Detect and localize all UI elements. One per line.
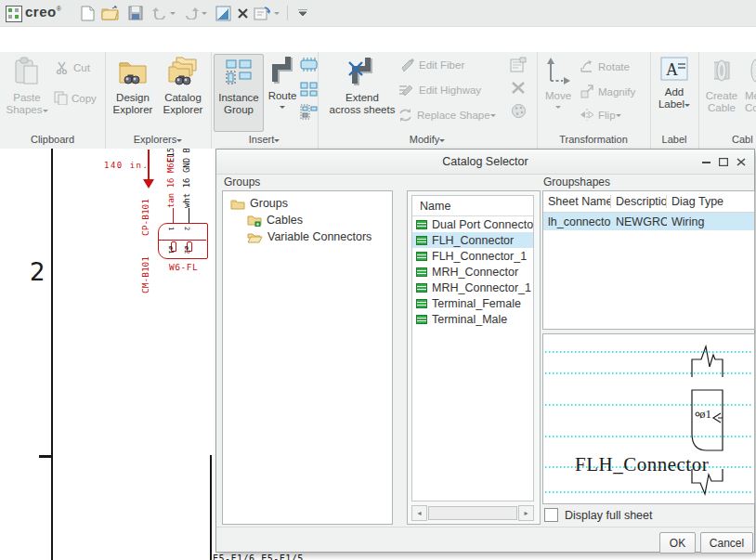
footer-divider <box>216 527 754 527</box>
dialog-titlebar[interactable]: Catalog Selector <box>216 150 754 175</box>
design-explorer-button[interactable]: DesignExplorer <box>109 57 157 116</box>
horizontal-scrollbar[interactable]: ◂ ▸ <box>411 505 534 520</box>
copy-button[interactable]: Copy <box>54 91 97 105</box>
new-file-icon[interactable] <box>78 4 97 22</box>
open-folder-icon <box>247 231 263 243</box>
open-file-icon[interactable] <box>100 4 119 22</box>
group-label-insert[interactable]: Insert <box>211 134 318 145</box>
redo-icon[interactable] <box>182 4 201 22</box>
tree-item-cables[interactable]: Cables <box>247 214 303 227</box>
regenerate-icon[interactable] <box>253 4 271 22</box>
pin-number-1: 1 <box>167 227 175 230</box>
name-column-header[interactable]: Name <box>412 196 533 216</box>
panel-splitter[interactable] <box>398 190 406 523</box>
bottom-wire-refs: E5-F1/6 E5-F1/5 <box>213 553 304 560</box>
group-label-clipboard[interactable]: Clipboard <box>0 134 105 145</box>
cut-button[interactable]: Cut <box>56 61 90 74</box>
list-item[interactable]: Terminal_Male <box>412 311 533 327</box>
list-item-selected[interactable]: FLH_Connector <box>412 232 533 248</box>
save-icon[interactable] <box>126 4 145 22</box>
table-row-selected[interactable]: lh_connector NEWGROUP Wiring <box>543 213 754 230</box>
column-header-diag-type[interactable]: Diag Type <box>667 195 754 208</box>
palette-icon[interactable] <box>511 103 527 123</box>
group-label-transformation[interactable]: Transformation <box>537 134 650 145</box>
shape-preview: ø1 FLH_Connector <box>542 333 755 504</box>
group-cables: CreateCable MeCo Cabl <box>698 52 756 149</box>
harness-label: W6-FL <box>169 262 198 272</box>
close-icon[interactable] <box>734 155 749 168</box>
list-item[interactable]: Terminal_Female <box>412 295 533 311</box>
group-label-explorers[interactable]: Explorers <box>105 134 211 145</box>
scroll-right-arrow[interactable]: ▸ <box>518 505 534 521</box>
column-header-description[interactable]: Description <box>611 195 667 208</box>
connector-ref-top: CP-B101 <box>140 188 150 236</box>
create-cable-button[interactable]: CreateCable <box>701 57 742 114</box>
extend-across-sheets-button[interactable]: Extendacross sheets <box>329 57 396 116</box>
tree-item-groups[interactable]: Groups <box>230 197 288 210</box>
list-item[interactable]: FLH_Connector_1 <box>412 248 533 264</box>
maximize-icon[interactable] <box>716 155 731 168</box>
wire1-label: tan 16 M6FL <box>166 163 176 208</box>
cell-sheet-name: lh_connector <box>543 215 611 228</box>
insert-instance-small-icon[interactable] <box>300 82 318 100</box>
groupshapes-panel-label: Groupshapes <box>543 176 610 189</box>
paste-icon <box>13 57 41 89</box>
edit-highway-icon <box>398 83 415 98</box>
customize-qat-icon[interactable] <box>293 4 312 22</box>
group-label-label[interactable]: Label <box>650 134 698 145</box>
connector-ref-bottom: CM-B101 <box>140 238 150 293</box>
column-header-sheet-name[interactable]: Sheet Name <box>543 195 611 208</box>
copy-icon <box>54 91 68 105</box>
insert-group-dotted-icon[interactable] <box>300 104 318 124</box>
close-tool-icon[interactable] <box>233 4 252 22</box>
move-icon <box>544 57 572 87</box>
scroll-left-arrow[interactable]: ◂ <box>411 505 427 521</box>
insert-highway-icon[interactable] <box>300 58 318 75</box>
sheet-properties-icon[interactable] <box>509 57 528 77</box>
list-item[interactable]: Dual Port Connector <box>412 216 533 232</box>
route-icon <box>268 57 296 87</box>
add-label-button[interactable]: A Add Label <box>653 57 696 111</box>
catalog-explorer-button[interactable]: CatalogExplorer <box>159 57 207 116</box>
cancel-button[interactable]: Cancel <box>700 532 753 553</box>
ok-button[interactable]: OK <box>659 532 696 553</box>
flip-button[interactable]: Flip <box>580 109 621 121</box>
flip-icon <box>580 109 594 121</box>
groupshape-icon <box>416 315 427 324</box>
zone-tick <box>39 455 51 458</box>
edit-highway-button[interactable]: Edit Highway <box>398 83 481 98</box>
rotate-button[interactable]: Rotate <box>580 59 630 73</box>
pin-bottom-1: ø1 <box>167 246 175 254</box>
scrollbar-thumb[interactable] <box>428 506 517 520</box>
group-label: A Add Label Label <box>650 52 699 149</box>
paste-label-1: Paste <box>13 92 40 104</box>
redo-dropdown-arrow[interactable] <box>200 4 209 22</box>
magnify-button[interactable]: Magnify <box>580 85 635 98</box>
undo-dropdown-arrow[interactable] <box>168 4 177 22</box>
merge-connectors-button[interactable]: MeCo <box>745 57 756 114</box>
instance-group-button[interactable]: InstanceGroup <box>214 54 264 132</box>
paste-shapes-button[interactable]: Paste Shapes <box>4 57 50 116</box>
list-item[interactable]: MRH_Connector <box>412 264 533 280</box>
group-label-modify[interactable]: Modify <box>318 134 537 145</box>
group-modify: Extendacross sheets Edit Fiber Edit High… <box>318 52 538 149</box>
group-insert: InstanceGroup Route Insert <box>211 52 319 149</box>
regenerate-dropdown-arrow[interactable] <box>272 4 281 22</box>
sketch-tool-icon[interactable] <box>214 4 232 22</box>
replace-shape-button[interactable]: Replace Shape <box>398 108 496 123</box>
undo-icon[interactable] <box>150 4 169 22</box>
groupshape-icon <box>416 252 427 261</box>
minimize-icon[interactable] <box>698 155 713 168</box>
titlebar: creo® <box>0 0 756 27</box>
tree-item-variable-connectors[interactable]: Variable Connectors <box>247 230 371 243</box>
svg-text:A: A <box>666 60 678 79</box>
display-full-sheet-checkbox[interactable] <box>544 508 558 522</box>
groupshape-icon <box>416 236 427 245</box>
groupshape-icon <box>416 267 427 277</box>
route-button[interactable]: Route <box>266 57 299 110</box>
delete-icon[interactable] <box>511 81 526 98</box>
list-item[interactable]: MRH_Connector_1 <box>412 280 533 295</box>
edit-fiber-button[interactable]: Edit Fiber <box>399 58 464 72</box>
group-label-cables[interactable]: Cabl <box>698 134 756 145</box>
move-button[interactable]: Move <box>541 57 576 110</box>
